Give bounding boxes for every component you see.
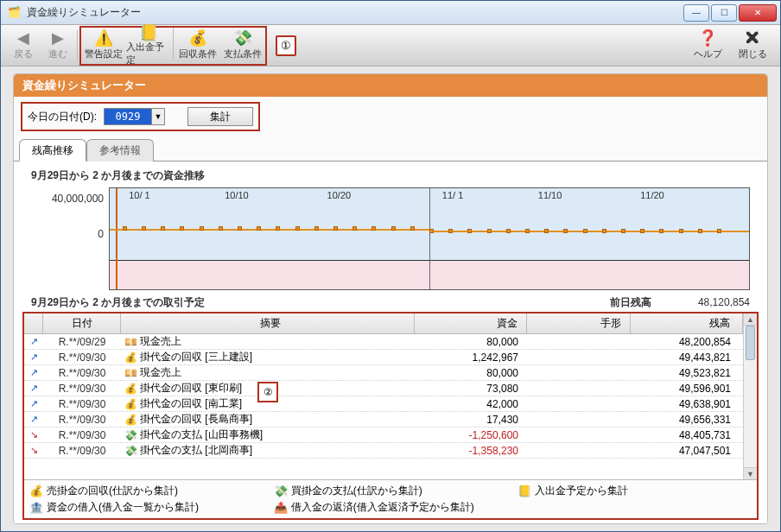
legend-item: 📒入出金予定から集計 (517, 484, 752, 498)
row-balance: 48,200,854 (631, 336, 743, 348)
row-balance: 49,656,331 (631, 414, 743, 426)
date-input[interactable]: 0929 (104, 108, 152, 125)
row-type-icon: 💸 (124, 445, 137, 457)
recv-icon: 💰 (29, 484, 43, 497)
col-bill[interactable]: 手形 (527, 314, 631, 333)
row-direction-icon: ↗ (24, 398, 43, 409)
io-plan-button[interactable]: 📒 入出金予定 (126, 28, 171, 64)
row-date: R.**/09/29 (43, 336, 121, 348)
legend-item: 📤借入金の返済(借入金返済予定から集計) (274, 500, 752, 515)
x-tick: 11/ 1 (442, 190, 463, 200)
row-desc: 💴現金売上 (121, 365, 415, 380)
legend: 💰売掛金の回収(仕訳から集計) 💸買掛金の支払(仕訳から集計) 📒入出金予定から… (24, 479, 757, 518)
minimize-button[interactable]: — (683, 4, 709, 22)
help-button[interactable]: ❓ ヘルプ (685, 28, 730, 64)
y-tick: 0 (98, 228, 104, 240)
plan-icon: 📒 (517, 484, 531, 497)
forward-button[interactable]: ▶ 進む (41, 28, 75, 64)
warning-settings-button[interactable]: ⚠️ 警告設定 (81, 28, 126, 64)
table-row[interactable]: ↘R.**/09/30💸掛代金の支払 [山田事務機]-1,250,60048,4… (24, 428, 743, 443)
row-direction-icon: ↘ (24, 429, 43, 440)
col-balance[interactable]: 残高 (631, 314, 743, 333)
help-icon: ❓ (698, 30, 717, 48)
tab-balance[interactable]: 残高推移 (19, 139, 86, 162)
toolbar: ◀ 戻る ▶ 進む ⚠️ 警告設定 📒 入出金予定 💰 回収条件 💸 (1, 25, 780, 66)
prev-balance-value: 48,120,854 (672, 296, 750, 308)
prev-balance-label: 前日残高 (610, 295, 672, 310)
chart-title: 9月29日から 2 か月後までの資金推移 (22, 167, 759, 187)
warning-icon: ⚠️ (94, 30, 113, 48)
row-desc: 💰掛代金の回収 [三上建設] (121, 350, 415, 364)
scroll-up[interactable]: ▲ (744, 314, 757, 326)
x-tick: 11/20 (640, 190, 664, 200)
row-desc: 💴現金売上 (121, 334, 415, 349)
chart-area: 40,000,000 0 10/ 1 10/10 10/20 (22, 187, 759, 290)
back-button[interactable]: ◀ 戻る (6, 28, 41, 64)
app-window: 🗂️ 資金繰りシミュレーター — ☐ ✕ ◀ 戻る ▶ 進む ⚠️ 警告設定 📒… (0, 0, 781, 532)
row-date: R.**/09/30 (43, 414, 121, 426)
panel-title: 資金繰りシミュレーター (14, 74, 767, 97)
back-icon: ◀ (17, 30, 29, 48)
date-dropdown-button[interactable]: ▼ (151, 108, 165, 125)
row-date: R.**/09/30 (43, 352, 121, 364)
scroll-down[interactable]: ▼ (744, 467, 757, 479)
aggregate-button[interactable]: 集計 (187, 107, 253, 126)
row-date: R.**/09/30 (43, 367, 121, 379)
row-date: R.**/09/30 (43, 383, 121, 395)
table-header: 日付 摘要 資金 手形 残高 (24, 314, 743, 334)
row-type-icon: 💰 (124, 383, 137, 395)
main-panel: 資金繰りシミュレーター 今日の日付(D): 0929 ▼ 集計 残高推移 参考情… (13, 73, 768, 524)
table-row[interactable]: ↗R.**/09/29💴現金売上80,00048,200,854 (24, 334, 743, 350)
row-balance: 47,047,501 (631, 445, 743, 457)
repay-icon: 📤 (274, 501, 288, 514)
table-row[interactable]: ↘R.**/09/30💸掛代金の支払 [北岡商事]-1,358,23047,04… (24, 443, 743, 459)
legend-item: 💰売掛金の回収(仕訳から集計) (29, 484, 264, 498)
row-balance: 49,596,901 (631, 383, 743, 395)
pay-cond-button[interactable]: 💸 支払条件 (220, 28, 265, 64)
callout-2: ② (257, 382, 278, 402)
table-row[interactable]: ↗R.**/09/30💰掛代金の回収 [長島商事]17,43049,656,33… (24, 412, 743, 428)
close-button[interactable]: ✕ (739, 4, 777, 22)
row-date: R.**/09/30 (43, 398, 121, 410)
separator (77, 30, 78, 61)
forward-icon: ▶ (52, 30, 64, 48)
col-date[interactable]: 日付 (43, 314, 121, 333)
col-cash[interactable]: 資金 (415, 314, 527, 333)
collect-cond-button[interactable]: 💰 回収条件 (175, 28, 220, 64)
pay-icon: 💸 (233, 30, 252, 48)
table-row[interactable]: ↗R.**/09/30💴現金売上80,00049,523,821 (24, 365, 743, 381)
row-cash: 80,000 (415, 336, 527, 348)
table-row[interactable]: ↗R.**/09/30💰掛代金の回収 [南工業]42,00049,638,901 (24, 396, 743, 412)
row-date: R.**/09/30 (43, 445, 121, 457)
table-body: ② ↗R.**/09/29💴現金売上80,00048,200,854↗R.**/… (24, 334, 743, 479)
row-balance: 49,638,901 (631, 398, 743, 410)
x-tick: 10/10 (225, 190, 249, 200)
maximize-button[interactable]: ☐ (711, 4, 737, 22)
y-tick: 40,000,000 (52, 193, 104, 205)
row-cash: 17,430 (415, 414, 527, 426)
row-direction-icon: ↘ (24, 445, 43, 456)
transactions-table: 日付 摘要 資金 手形 残高 ② ↗R.**/09/29💴現金売上80,0004… (22, 312, 759, 520)
tabs: 残高推移 参考情報 (14, 138, 767, 162)
transactions-title: 9月29日から 2 か月後までの取引予定 (31, 295, 610, 310)
tab-reference[interactable]: 参考情報 (86, 139, 154, 162)
scroll-thumb[interactable] (746, 326, 755, 360)
chart-plot: 10/ 1 10/10 10/20 11/ 1 11/10 11/20 (109, 187, 750, 290)
col-desc[interactable]: 摘要 (121, 314, 415, 333)
loan-icon: 🏦 (29, 501, 43, 514)
row-cash: 80,000 (415, 367, 527, 379)
app-close-button[interactable]: 🗙 閉じる (730, 28, 775, 64)
pay-icon: 💸 (274, 484, 288, 497)
row-type-icon: 💴 (124, 336, 137, 348)
row-direction-icon: ↗ (24, 352, 43, 363)
row-type-icon: 💰 (124, 352, 137, 364)
row-type-icon: 💰 (124, 414, 137, 426)
io-plan-icon: 📒 (139, 25, 158, 41)
row-balance: 49,523,821 (631, 367, 743, 379)
scrollbar[interactable]: ▲ ▼ (743, 314, 757, 479)
table-row[interactable]: ↗R.**/09/30💰掛代金の回収 [三上建設]1,242,96749,443… (24, 350, 743, 365)
date-label: 今日の日付(D): (28, 110, 97, 124)
table-row[interactable]: ↗R.**/09/30💰掛代金の回収 [東印刷]73,08049,596,901 (24, 381, 743, 396)
row-direction-icon: ↗ (24, 367, 43, 378)
separator (173, 28, 174, 59)
